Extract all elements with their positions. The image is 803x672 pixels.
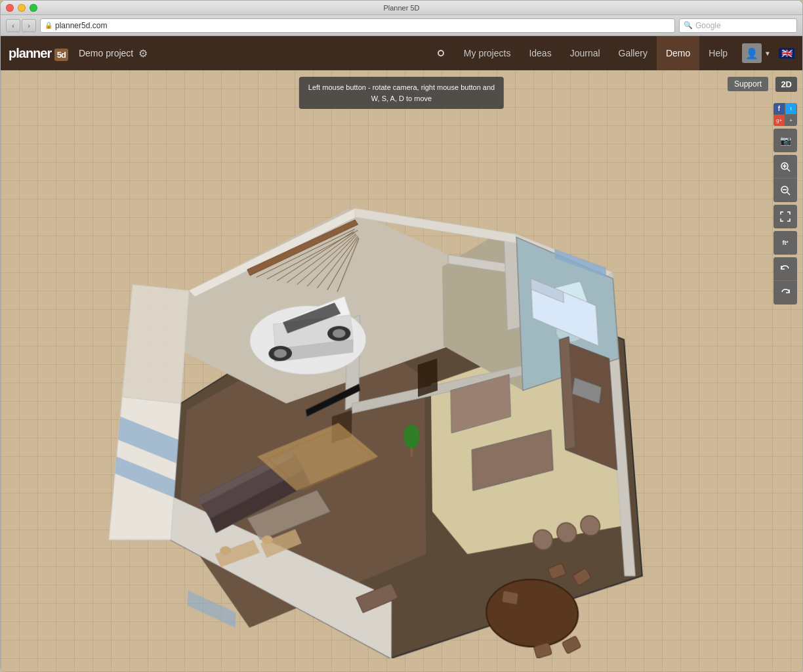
fullscreen-group	[773, 205, 797, 228]
url-bar[interactable]: 🔒 planner5d.com	[40, 18, 675, 33]
social-group: f t g+ +	[773, 103, 797, 126]
undo-icon	[780, 264, 791, 274]
svg-rect-69	[562, 636, 581, 654]
svg-marker-76	[418, 358, 438, 397]
twitter-icon[interactable]: t	[785, 103, 796, 114]
address-bar: ‹ › 🔒 planner5d.com 🔍 Google	[1, 15, 802, 36]
facebook-icon[interactable]: f	[773, 103, 785, 114]
logo-5d: 5d	[54, 49, 68, 61]
svg-point-71	[556, 523, 577, 543]
app-navbar: planner 5d Demo project ⚙ My projects Id…	[1, 36, 802, 70]
search-placeholder: Google	[695, 21, 721, 30]
svg-marker-14	[121, 285, 190, 404]
redo-icon	[780, 287, 791, 298]
title-bar: Planner 5D	[1, 1, 802, 15]
browser-frame: Planner 5D ‹ › 🔒 planner5d.com 🔍 Google …	[0, 0, 803, 672]
back-button[interactable]: ‹	[6, 19, 20, 32]
maximize-button[interactable]	[30, 4, 37, 12]
status-dot	[438, 50, 444, 56]
svg-line-1	[787, 169, 790, 171]
user-avatar: 👤	[742, 43, 762, 63]
forward-button[interactable]: ›	[22, 19, 36, 32]
dropdown-arrow-icon: ▼	[764, 50, 771, 57]
measure-label: ft²	[783, 240, 789, 246]
nav-ideas[interactable]: Ideas	[520, 36, 560, 70]
view-2d-button[interactable]: 2D	[775, 77, 797, 92]
window-controls	[6, 4, 37, 12]
svg-point-70	[533, 530, 553, 549]
logo-area: planner 5d	[9, 46, 68, 61]
svg-point-58	[403, 425, 420, 449]
settings-icon[interactable]: ⚙	[138, 47, 148, 60]
nav-links: My projects Ideas Journal Gallery Demo H…	[455, 36, 737, 70]
camera-group: 📷	[773, 129, 797, 152]
zoom-out-button[interactable]	[773, 178, 797, 202]
redo-button[interactable]	[773, 281, 797, 304]
googleplus-icon[interactable]: g+	[773, 115, 785, 126]
nav-help[interactable]: Help	[699, 36, 737, 70]
svg-rect-67	[502, 591, 519, 605]
social-extra-icon[interactable]: +	[785, 115, 796, 126]
svg-line-5	[787, 192, 790, 195]
main-content: Left mouse button - rotate camera, right…	[1, 70, 802, 671]
tooltip-text: Left mouse button - rotate camera, right…	[308, 83, 495, 102]
fullscreen-icon	[780, 211, 791, 222]
zoom-in-icon	[780, 161, 791, 172]
search-icon: 🔍	[684, 21, 693, 30]
nav-journal[interactable]: Journal	[561, 36, 609, 70]
nav-my-projects[interactable]: My projects	[455, 36, 520, 70]
undo-redo-group	[773, 257, 797, 304]
search-bar[interactable]: 🔍 Google	[679, 18, 797, 33]
language-flag[interactable]: 🇬🇧	[779, 48, 794, 58]
nav-demo[interactable]: Demo	[657, 36, 699, 70]
nav-gallery[interactable]: Gallery	[609, 36, 657, 70]
url-text: planner5d.com	[55, 21, 107, 30]
camera-button[interactable]: 📷	[773, 129, 797, 152]
zoom-in-button[interactable]	[773, 155, 797, 178]
minimize-button[interactable]	[18, 4, 26, 12]
tooltip-box: Left mouse button - rotate camera, right…	[299, 77, 504, 109]
floor-plan-3d	[70, 163, 728, 658]
lock-icon: 🔒	[45, 22, 52, 29]
measure-group: ft²	[773, 231, 797, 255]
window-title: Planner 5D	[383, 4, 419, 12]
undo-button[interactable]	[773, 257, 797, 281]
zoom-group	[773, 155, 797, 202]
nav-buttons: ‹ ›	[6, 19, 36, 32]
support-button[interactable]: Support	[728, 77, 768, 91]
house-3d-viewport[interactable]	[33, 123, 763, 658]
project-name[interactable]: Demo project	[79, 48, 133, 58]
measure-button[interactable]: ft²	[773, 231, 797, 255]
close-button[interactable]	[6, 4, 14, 12]
zoom-out-icon	[780, 185, 791, 196]
logo-text: planner 5d	[9, 46, 68, 61]
fullscreen-button[interactable]	[773, 205, 797, 228]
user-menu[interactable]: 👤 ▼	[737, 43, 776, 63]
right-tools: f t g+ + 📷	[773, 103, 797, 304]
